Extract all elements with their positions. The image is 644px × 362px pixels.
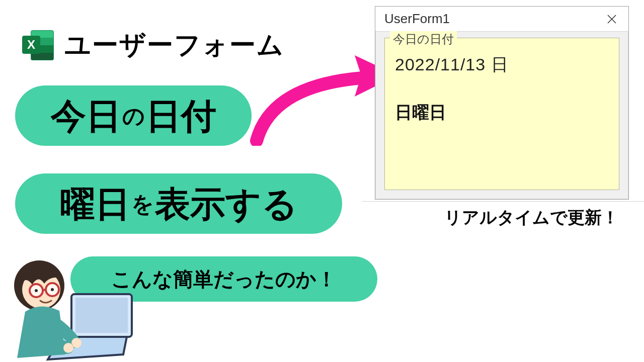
close-icon	[607, 14, 617, 24]
userform-body: 今日の日付 2022/11/13 日 日曜日	[384, 38, 619, 190]
userform-window[interactable]: UserForm1 今日の日付 2022/11/13 日 日曜日	[375, 6, 629, 200]
pill3-text: こんな簡単だったのか！	[111, 268, 337, 290]
svg-point-17	[35, 289, 38, 292]
userform-title: UserForm1	[384, 11, 450, 27]
pill-today-date: 今日の日付	[15, 85, 252, 146]
pill1-part3: 日付	[146, 97, 216, 136]
svg-line-16	[43, 290, 46, 290]
excel-letter: X	[27, 38, 35, 51]
pill2-part3: 表示する	[155, 185, 298, 224]
svg-rect-4	[31, 53, 53, 60]
weekday-label: 日曜日	[395, 101, 446, 124]
pill1-part2: の	[121, 104, 146, 128]
userform-frame: 今日の日付 2022/11/13 日 日曜日	[384, 38, 619, 190]
frame-caption: 今日の日付	[390, 31, 457, 47]
pill2-part2: を	[130, 192, 155, 216]
realtime-caption: リアルタイムで更新！	[444, 206, 619, 229]
header: X ユーザーフォーム	[20, 28, 284, 63]
pill2-part1: 曜日	[60, 185, 130, 224]
svg-rect-11	[75, 298, 128, 333]
pill1-part1: 今日	[51, 97, 121, 136]
date-label: 2022/11/13 日	[395, 53, 509, 76]
svg-point-18	[51, 288, 54, 291]
close-button[interactable]	[600, 7, 623, 31]
userform-titlebar[interactable]: UserForm1	[375, 7, 628, 32]
character-illustration	[5, 241, 136, 362]
svg-point-20	[63, 343, 73, 353]
pill-show-weekday: 曜日を表示する	[15, 173, 342, 234]
excel-icon: X	[20, 28, 55, 63]
